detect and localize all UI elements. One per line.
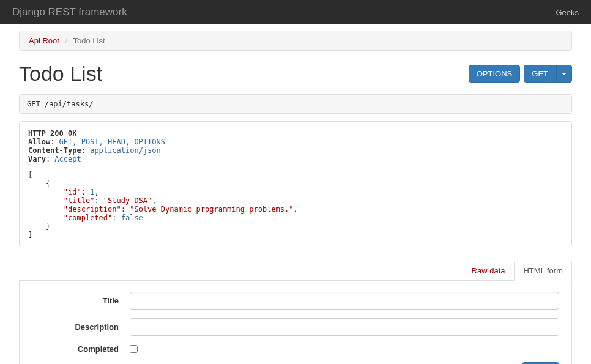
description-label: Description <box>32 322 130 332</box>
title-label: Title <box>32 296 130 305</box>
get-button[interactable]: GET <box>524 65 556 83</box>
completed-checkbox[interactable] <box>130 345 138 353</box>
page-header: Todo List OPTIONS GET <box>19 62 572 86</box>
response-meta: HTTP 200 OK Allow: GET, POST, HEAD, OPTI… <box>28 129 563 163</box>
tab-html-form[interactable]: HTML form <box>514 261 572 281</box>
title-input[interactable] <box>130 292 559 310</box>
page-title: Todo List <box>19 62 102 86</box>
header-key-0: Allow <box>28 138 50 146</box>
request-method: GET <box>27 100 40 108</box>
breadcrumb-sep: / <box>62 36 72 45</box>
header-key-2: Vary <box>28 155 46 163</box>
response-status: HTTP 200 OK <box>28 129 76 138</box>
header-val-2: Accept <box>54 155 81 163</box>
get-button-split: GET <box>524 65 572 83</box>
tab-raw-data[interactable]: Raw data <box>463 261 515 281</box>
options-button[interactable]: OPTIONS <box>469 65 521 83</box>
header-button-group: OPTIONS GET <box>469 65 572 83</box>
navbar: Django REST framework Geeks <box>0 0 591 24</box>
chevron-down-icon <box>562 73 567 75</box>
form-row-description: Description <box>32 318 559 336</box>
form-row-title: Title <box>32 292 559 310</box>
form-tabs: Raw data HTML form <box>19 261 572 281</box>
breadcrumb: Api Root / Todo List <box>19 31 572 51</box>
header-val-0: GET, POST, HEAD, OPTIONS <box>59 138 165 146</box>
navbar-brand[interactable]: Django REST framework <box>12 6 127 18</box>
response-panel: HTTP 200 OK Allow: GET, POST, HEAD, OPTI… <box>19 121 572 247</box>
breadcrumb-current: Todo List <box>73 36 105 45</box>
response-body: [ { "id": 1, "title": "Study DSA", "desc… <box>28 171 563 239</box>
header-key-1: Content-Type <box>28 146 81 155</box>
completed-label: Completed <box>32 344 130 354</box>
breadcrumb-root-link[interactable]: Api Root <box>29 36 59 45</box>
get-dropdown-button[interactable] <box>556 65 572 83</box>
form-panel: Title Description Completed POST <box>19 281 572 364</box>
header-val-1: application/json <box>90 146 161 155</box>
request-path: /api/tasks/ <box>45 100 93 108</box>
request-info: GET /api/tasks/ <box>19 94 572 114</box>
description-input[interactable] <box>130 318 559 336</box>
navbar-user[interactable]: Geeks <box>556 8 579 17</box>
form-row-completed: Completed <box>32 344 559 354</box>
